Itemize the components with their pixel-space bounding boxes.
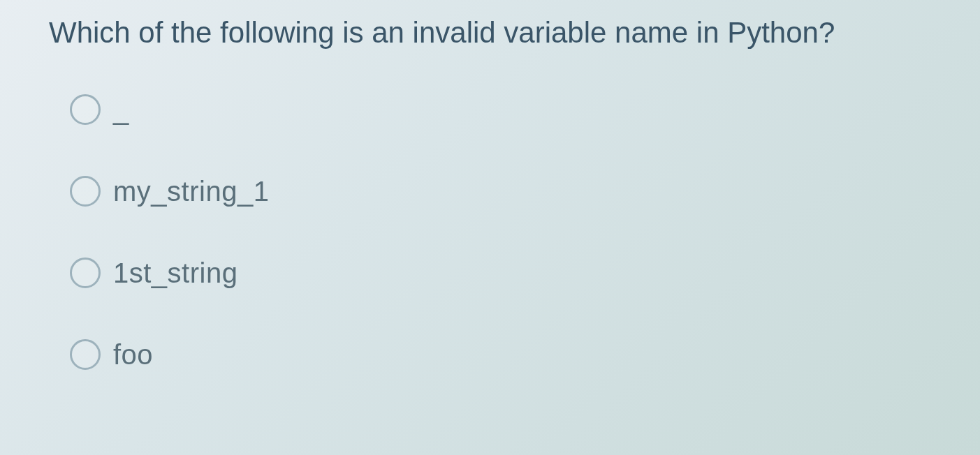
radio-icon[interactable]	[70, 94, 101, 125]
question-text: Which of the following is an invalid var…	[49, 14, 931, 52]
option-label: 1st_string	[113, 258, 237, 289]
option-label: my_string_1	[113, 176, 269, 207]
radio-icon[interactable]	[70, 176, 101, 207]
radio-icon[interactable]	[70, 339, 101, 370]
option-row[interactable]: foo	[70, 339, 931, 371]
radio-icon[interactable]	[70, 258, 101, 288]
options-container: _ my_string_1 1st_string foo	[49, 94, 931, 371]
option-label: foo	[113, 339, 153, 371]
option-row[interactable]: _	[70, 94, 931, 126]
option-row[interactable]: my_string_1	[70, 176, 931, 207]
option-label: _	[113, 94, 129, 126]
option-row[interactable]: 1st_string	[70, 258, 931, 289]
